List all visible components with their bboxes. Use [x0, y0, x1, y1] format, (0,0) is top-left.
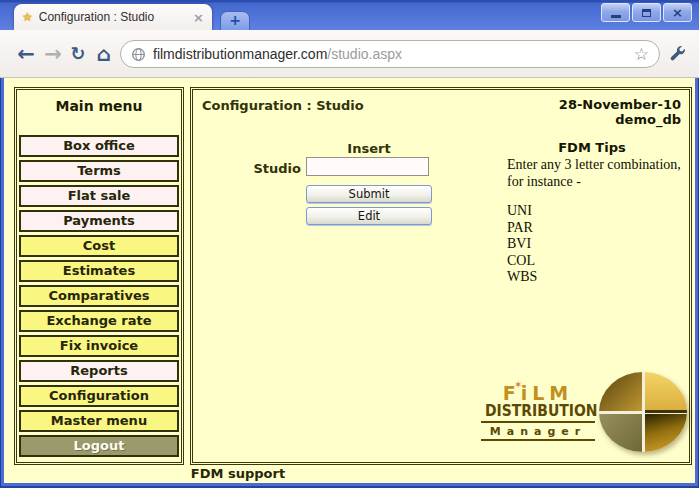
favicon-star-icon: ★ [22, 10, 33, 24]
globe-icon [131, 47, 146, 62]
tips-intro-line: for instance - [507, 173, 687, 190]
url-text: filmdistributionmanager.com/studio.aspx [153, 46, 627, 62]
studio-field-label: Studio [245, 161, 301, 176]
menu-item-comparatives[interactable]: Comparatives [19, 285, 179, 307]
tips-example: UNI [507, 203, 687, 220]
page-title: Configuration : Studio [202, 98, 364, 113]
tips-example: WBS [507, 269, 687, 286]
pie-quadrant [599, 372, 642, 411]
main-menu-title: Main menu [17, 98, 181, 114]
logo-distribution-word: DISTRIBUTION [485, 403, 591, 419]
studio-input[interactable] [306, 157, 429, 176]
minimize-icon [611, 15, 621, 18]
back-button[interactable]: ← [12, 30, 40, 77]
main-menu-panel: Main menu Box office Terms Flat sale Pay… [14, 87, 184, 465]
main-menu-list: Box office Terms Flat sale Payments Cost… [17, 135, 181, 457]
menu-item-logout[interactable]: Logout [19, 435, 179, 457]
address-bar[interactable]: filmdistributionmanager.com/studio.aspx … [120, 40, 660, 68]
url-domain: filmdistributionmanager.com [153, 46, 327, 62]
menu-wrench-button[interactable] [663, 30, 691, 77]
logo-star-icon: ✶ [514, 375, 522, 395]
menu-item-reports[interactable]: Reports [19, 360, 179, 382]
fdm-support-link[interactable]: FDM support [4, 466, 472, 481]
database-name: demo_db [559, 112, 681, 127]
main-panel: Configuration : Studio 28-November-10 de… [190, 87, 692, 465]
menu-item-cost[interactable]: Cost [19, 235, 179, 257]
tips-spacer [507, 190, 687, 203]
page-content: Main menu Box office Terms Flat sale Pay… [4, 78, 695, 483]
bookmark-star-icon[interactable]: ☆ [634, 46, 649, 63]
minimize-button[interactable] [601, 3, 630, 22]
tips-example: BVI [507, 236, 687, 253]
tab-close-icon[interactable]: × [193, 11, 204, 24]
edit-button[interactable]: Edit [306, 207, 432, 225]
fdm-logo: ✶FiLM DISTRIBUTION Manager [481, 366, 687, 458]
tips-intro-line: Enter any 3 letter combination, [507, 156, 687, 173]
menu-item-master-menu[interactable]: Master menu [19, 410, 179, 432]
close-button[interactable]: × [663, 3, 692, 22]
logo-manager-word: Manager [481, 421, 595, 441]
fdm-tips-title: FDM Tips [507, 140, 677, 155]
title-bar: ★ Configuration : Studio × + × [0, 0, 699, 30]
window-controls: × [601, 3, 692, 22]
tips-example: PAR [507, 220, 687, 237]
menu-item-payments[interactable]: Payments [19, 210, 179, 232]
menu-item-exchange-rate[interactable]: Exchange rate [19, 310, 179, 332]
menu-item-configuration[interactable]: Configuration [19, 385, 179, 407]
tab-title: Configuration : Studio [39, 10, 189, 24]
current-date: 28-November-10 [559, 97, 681, 112]
logo-film-word: ✶FiLM [481, 383, 595, 403]
forward-button[interactable]: → [40, 30, 66, 77]
pie-quadrant [645, 372, 688, 411]
close-icon: × [672, 6, 683, 19]
insert-section-label: Insert [306, 141, 432, 156]
url-path: /studio.aspx [327, 46, 402, 62]
browser-toolbar: ← → ↻ ⌂ filmdistributionmanager.com/stud… [0, 30, 699, 78]
menu-item-flat-sale[interactable]: Flat sale [19, 185, 179, 207]
browser-window: ★ Configuration : Studio × + × ← → ↻ ⌂ [0, 0, 699, 488]
submit-button[interactable]: Submit [306, 185, 432, 203]
menu-item-box-office[interactable]: Box office [19, 135, 179, 157]
wrench-icon [668, 44, 687, 63]
maximize-button[interactable] [632, 3, 661, 22]
fdm-tips: FDM Tips Enter any 3 letter combination,… [507, 140, 687, 286]
pie-quadrant [645, 414, 688, 453]
fdm-logo-text: ✶FiLM DISTRIBUTION Manager [481, 383, 595, 441]
reload-button[interactable]: ↻ [64, 30, 92, 77]
logo-pie-icon [599, 372, 687, 452]
maximize-icon [642, 9, 651, 17]
menu-item-estimates[interactable]: Estimates [19, 260, 179, 282]
tips-example: COL [507, 253, 687, 270]
date-database-block: 28-November-10 demo_db [559, 97, 681, 127]
menu-item-fix-invoice[interactable]: Fix invoice [19, 335, 179, 357]
menu-item-terms[interactable]: Terms [19, 160, 179, 182]
browser-tab[interactable]: ★ Configuration : Studio × [14, 4, 212, 30]
home-button[interactable]: ⌂ [90, 30, 118, 77]
new-tab-button[interactable]: + [220, 11, 250, 30]
pie-quadrant [599, 414, 642, 453]
